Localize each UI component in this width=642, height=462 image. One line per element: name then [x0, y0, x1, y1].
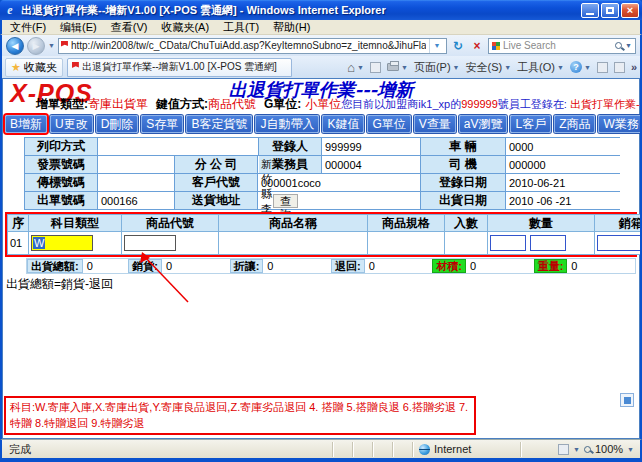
- col-pack-count: 入數: [445, 215, 487, 231]
- ship-date-label: 出貨日期: [421, 192, 505, 209]
- favorites-label: 收藏夹: [24, 60, 57, 75]
- stop-button[interactable]: ×: [469, 38, 485, 54]
- driver-field[interactable]: 000000: [506, 156, 632, 173]
- minimize-button[interactable]: [581, 3, 599, 18]
- address-bar: ◀ ▶ ▼ http://win2008/tw/c_CData/ChuTuiAd…: [0, 35, 642, 56]
- login-user-field[interactable]: 999999: [322, 138, 420, 155]
- page-content: X-POS 出退貨打單作業---增新 增單類型: 寄庫出貨單 鍵值方式: 商品代…: [0, 78, 642, 439]
- recent-pages-dropdown[interactable]: ▼: [48, 42, 55, 49]
- maximize-button[interactable]: [601, 3, 619, 18]
- col-product-spec: 商品規格: [368, 215, 444, 231]
- close-button[interactable]: ×: [621, 3, 639, 18]
- salesman-field[interactable]: 000004: [322, 156, 420, 173]
- page-menu-button[interactable]: 页面(P)▼: [414, 60, 460, 75]
- help-menu-button[interactable]: ?▼: [570, 61, 591, 73]
- menu-bar: 文件(F) 编辑(E) 查看(V) 收藏夹(A) 工具(T) 帮助(H): [0, 20, 642, 35]
- back-button[interactable]: ◀: [6, 37, 24, 55]
- image-placeholder-icon[interactable]: [620, 393, 634, 407]
- query-button[interactable]: 查詢: [273, 194, 298, 208]
- button-custom-code[interactable]: B客定貨號: [186, 115, 252, 133]
- invoice-field[interactable]: [98, 156, 174, 173]
- menu-tools[interactable]: 工具(T): [223, 20, 259, 35]
- button-update[interactable]: U更改: [50, 115, 93, 133]
- button-browse[interactable]: aV瀏覽: [459, 115, 508, 133]
- search-magnifier-icon[interactable]: [615, 42, 622, 49]
- key-label: 鍵值方式:: [156, 96, 208, 113]
- menu-view[interactable]: 查看(V): [111, 20, 148, 35]
- browser-window: e 出退貨打單作業--增新V1.00 [X-POS 雲通網] - Windows…: [0, 0, 642, 462]
- button-customer[interactable]: L客戶: [510, 115, 551, 133]
- address-dropdown[interactable]: ▼: [429, 39, 444, 53]
- quantity-input-2[interactable]: [530, 235, 566, 251]
- safety-menu-button[interactable]: 安全(S)▼: [466, 60, 512, 75]
- printer-icon: [387, 63, 399, 71]
- order-number-label: 出單號碼: [25, 192, 97, 209]
- menu-favorites[interactable]: 收藏夹(A): [161, 20, 209, 35]
- ie-logo-icon: e: [3, 3, 17, 17]
- subject-type-input[interactable]: W: [31, 235, 93, 251]
- print-button[interactable]: ▼: [387, 63, 408, 71]
- total-return: 退回:0: [331, 259, 432, 273]
- url-text: http://win2008/tw/c_CData/ChuTuiAdd.asp?…: [71, 40, 426, 51]
- menu-help[interactable]: 帮助(H): [273, 20, 310, 35]
- box-price-input[interactable]: [597, 235, 642, 251]
- row-product-spec-cell: [368, 232, 444, 254]
- tab-favicon: [72, 62, 79, 72]
- total-shipment: 出貨總額:0: [27, 259, 128, 273]
- zone-label: Internet: [434, 443, 471, 455]
- vehicle-label: 車 輛: [421, 138, 505, 155]
- menu-edit[interactable]: 编辑(E): [60, 20, 97, 35]
- refresh-button[interactable]: ↻: [450, 38, 466, 54]
- tab-title: 出退貨打單作業--增新V1.00 [X-POS 雲通網]: [82, 60, 277, 74]
- slip-number-field[interactable]: [98, 174, 174, 191]
- reg-date-field[interactable]: 2010-06-21: [506, 174, 632, 191]
- button-auto-fill[interactable]: J自動帶入: [255, 115, 319, 133]
- zoom-control[interactable]: ▼ 100% ▼: [520, 442, 638, 457]
- search-input[interactable]: Live Search ▼: [488, 38, 636, 54]
- command-bar-icons: ⌂▼ ▼ 页面(P)▼ 安全(S)▼ 工具(O)▼ ?▼ »: [347, 60, 637, 75]
- forward-button[interactable]: ▶: [27, 37, 45, 55]
- home-button[interactable]: ⌂▼: [347, 60, 364, 75]
- feeds-button[interactable]: [370, 62, 381, 73]
- customer-code-field[interactable]: 000001coco: [258, 174, 420, 191]
- address-input[interactable]: http://win2008/tw/c_CData/ChuTuiAdd.asp?…: [58, 38, 447, 54]
- ship-address-field[interactable]: 新竹縣李路28 查詢: [258, 192, 420, 209]
- button-save[interactable]: S存單: [141, 115, 183, 133]
- zoom-level: 100%: [595, 443, 623, 455]
- product-code-input[interactable]: [124, 235, 176, 251]
- tools-menu-button[interactable]: 工具(O)▼: [517, 60, 564, 75]
- login-info: 您目前以加盟商ik1_xp的999999號員工登錄在: 出貨打單作業--增新: [341, 97, 642, 112]
- protected-mode-icon[interactable]: [558, 444, 569, 455]
- quantity-input-1[interactable]: [490, 235, 526, 251]
- button-check-qty[interactable]: V查量: [414, 115, 456, 133]
- menu-file[interactable]: 文件(F): [10, 20, 46, 35]
- button-key-value[interactable]: K鍵值: [322, 115, 364, 133]
- row-subject-cell: W: [29, 232, 121, 254]
- row-product-code-cell: [122, 232, 218, 254]
- vehicle-field[interactable]: 0000: [506, 138, 632, 155]
- button-product[interactable]: Z商品: [554, 115, 595, 133]
- button-sales[interactable]: W業務: [598, 115, 642, 133]
- search-dropdown[interactable]: ▼: [625, 42, 632, 49]
- button-add-new[interactable]: B增新: [5, 115, 47, 133]
- row-quantity-cell: [488, 232, 594, 254]
- order-number-field[interactable]: 000166: [98, 192, 174, 209]
- active-tab[interactable]: 出退貨打單作業--增新V1.00 [X-POS 雲通網]: [67, 58, 292, 77]
- total-discount: 折讓:0: [230, 259, 331, 273]
- print-mode-field[interactable]: [98, 138, 258, 155]
- type-label: 增單類型:: [36, 96, 88, 113]
- button-delete[interactable]: D刪除: [96, 115, 139, 133]
- print-mode-label: 列印方式: [25, 138, 97, 155]
- slip-number-label: 傳標號碼: [25, 174, 97, 191]
- zoom-dropdown[interactable]: ▼: [627, 446, 634, 453]
- formula-note: 出貨總額=銷貨-退回: [6, 276, 640, 293]
- ship-date-field[interactable]: 2010 -06 -21: [506, 192, 632, 209]
- favorites-button[interactable]: ★ 收藏夹: [5, 58, 63, 77]
- customer-code-label: 客戶代號: [175, 174, 257, 191]
- search-placeholder: Live Search: [503, 40, 612, 51]
- row-product-name-cell: [219, 232, 367, 254]
- extra-icon-1[interactable]: [597, 62, 608, 73]
- button-unit[interactable]: G單位: [367, 115, 410, 133]
- overflow-chevron[interactable]: »: [631, 61, 637, 73]
- extra-icon-2[interactable]: [614, 62, 625, 73]
